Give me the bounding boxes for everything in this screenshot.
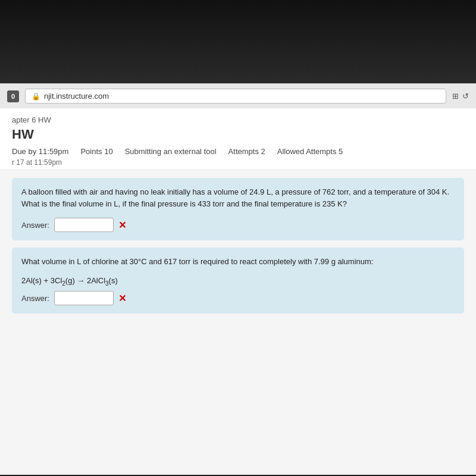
due-value: by 11:59pm <box>28 147 68 156</box>
attempts-label: Attempts <box>228 147 259 156</box>
page-content: apter 6 HW HW Due by 11:59pm Points 10 S… <box>0 108 476 475</box>
question-card-1: A balloon filled with air and having no … <box>12 178 464 240</box>
assignment-meta: Due by 11:59pm Points 10 Submitting an e… <box>12 147 464 156</box>
due-meta: Due by 11:59pm <box>12 147 68 156</box>
questions-container: A balloon filled with air and having no … <box>0 170 476 475</box>
answer-label-1: Answer: <box>21 221 49 230</box>
answer-row-1: Answer: ✕ <box>21 218 455 232</box>
due-date-line: r 17 at 11:59pm <box>12 158 464 167</box>
url-bar[interactable]: 🔒 njit.instructure.com <box>25 89 446 104</box>
browser-actions: ⊞ ↺ <box>452 92 469 101</box>
allowed-attempts-number: 5 <box>339 147 343 156</box>
answer-row-2: Answer: ✕ <box>21 291 455 305</box>
breadcrumb: apter 6 HW <box>12 115 464 124</box>
page-header: apter 6 HW HW Due by 11:59pm Points 10 S… <box>0 108 476 170</box>
points-label: Points <box>80 147 102 156</box>
submitting-label: Submitting <box>125 147 161 156</box>
question-text-1: A balloon filled with air and having no … <box>21 186 455 209</box>
attempts-meta: Attempts 2 <box>228 147 265 156</box>
due-label: Due <box>12 147 28 156</box>
answer-input-1[interactable] <box>54 218 114 232</box>
browser-extension-icon[interactable]: 0 <box>7 90 19 102</box>
answer-label-2: Answer: <box>21 294 49 303</box>
submitting-tool: an external tool <box>164 147 217 156</box>
top-bezel <box>0 0 476 83</box>
reaction-equation: 2Al(s) + 3Cl2(g) → 2AlCl3(s) <box>21 276 455 287</box>
points-number: 10 <box>104 147 112 156</box>
lock-icon: 🔒 <box>32 92 40 101</box>
question-text-2: What volume in L of chlorine at 30°C and… <box>21 256 455 268</box>
allowed-attempts-label: Allowed Attempts <box>277 147 337 156</box>
browser-chrome: 0 🔒 njit.instructure.com ⊞ ↺ <box>0 83 476 108</box>
reload-button[interactable]: ↺ <box>462 92 469 101</box>
allowed-attempts-meta: Allowed Attempts 5 <box>277 147 343 156</box>
url-text: njit.instructure.com <box>44 92 109 101</box>
submitting-meta: Submitting an external tool <box>125 147 217 156</box>
page-title: HW <box>12 127 464 142</box>
points-meta: Points 10 <box>80 147 112 156</box>
x-mark-2: ✕ <box>118 293 126 304</box>
attempts-number: 2 <box>261 147 265 156</box>
question-card-2: What volume in L of chlorine at 30°C and… <box>12 248 464 314</box>
answer-input-2[interactable] <box>54 291 114 305</box>
x-mark-1: ✕ <box>118 220 126 231</box>
browser-menu-icon[interactable]: ⊞ <box>452 92 459 101</box>
